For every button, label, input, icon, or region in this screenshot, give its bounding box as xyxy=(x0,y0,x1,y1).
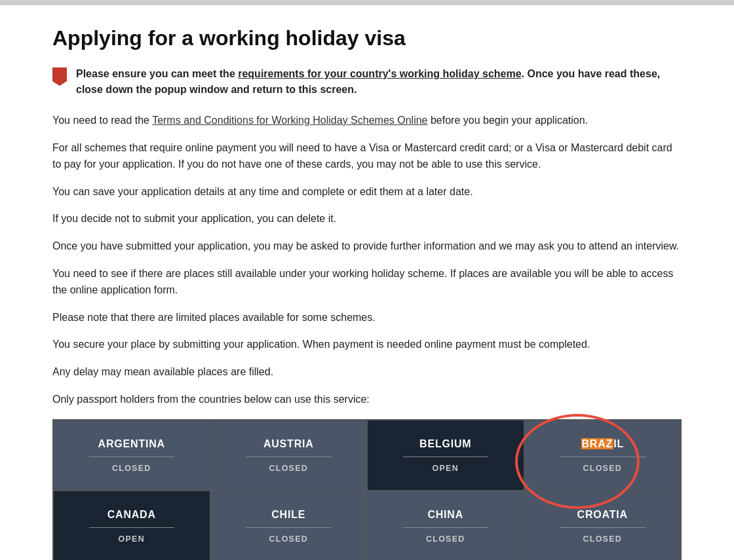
terms-link[interactable]: Terms and Conditions for Working Holiday… xyxy=(152,115,427,126)
country-grid: ARGENTINA CLOSED AUSTRIA CLOSED BELGIUM … xyxy=(52,419,682,560)
country-name-argentina: ARGENTINA xyxy=(98,438,165,450)
divider xyxy=(403,527,489,528)
country-status-croatia: CLOSED xyxy=(583,534,622,544)
country-name-belgium: BELGIUM xyxy=(419,438,471,450)
country-cell-belgium[interactable]: BELGIUM OPEN xyxy=(367,420,524,491)
body-paragraph-7: Please note that there are limited place… xyxy=(52,309,682,326)
divider xyxy=(246,457,332,457)
requirements-link[interactable]: requirements for your country's working … xyxy=(238,68,521,79)
country-status-austria: CLOSED xyxy=(269,464,308,473)
divider xyxy=(560,527,646,528)
country-cell-canada[interactable]: CANADA OPEN xyxy=(53,491,210,560)
brazil-highlight: BRAZ xyxy=(581,438,614,449)
country-status-chile: CLOSED xyxy=(269,534,308,544)
notice-text: Please ensure you can meet the requireme… xyxy=(76,66,682,98)
country-status-brazil: CLOSED xyxy=(583,464,622,473)
country-cell-brazil[interactable]: BRAZIL CLOSED xyxy=(524,420,682,491)
country-status-china: CLOSED xyxy=(426,534,465,544)
top-bar xyxy=(0,0,734,5)
country-name-canada: CANADA xyxy=(107,509,156,521)
country-name-chile: CHILE xyxy=(271,509,305,521)
body-paragraph-2: For all schemes that require online paym… xyxy=(52,140,682,173)
divider xyxy=(560,457,646,457)
country-cell-argentina[interactable]: ARGENTINA CLOSED xyxy=(53,420,210,491)
country-name-china: CHINA xyxy=(427,509,463,521)
country-cell-croatia[interactable]: CROATIA CLOSED xyxy=(524,491,682,560)
country-cell-austria[interactable]: AUSTRIA CLOSED xyxy=(210,420,368,491)
divider xyxy=(403,457,489,457)
country-status-canada: OPEN xyxy=(119,534,145,544)
country-cell-china[interactable]: CHINA CLOSED xyxy=(367,491,524,560)
divider xyxy=(89,527,175,528)
body-paragraph-8: You secure your place by submitting your… xyxy=(52,336,682,353)
body-paragraph-3: You can save your application details at… xyxy=(52,183,682,200)
page-container: Applying for a working holiday visa Plea… xyxy=(0,7,734,560)
country-status-belgium: OPEN xyxy=(433,464,459,473)
body-paragraph-6: You need to see if there are places stil… xyxy=(52,265,682,299)
body-paragraph-9: Any delay may mean available places are … xyxy=(52,364,682,381)
country-cell-chile[interactable]: CHILE CLOSED xyxy=(210,491,368,560)
country-name-brazil: BRAZIL xyxy=(581,438,624,450)
country-name-austria: AUSTRIA xyxy=(263,438,314,450)
body-paragraph-5: Once you have submitted your application… xyxy=(52,238,682,255)
page-title: Applying for a working holiday visa xyxy=(52,26,682,50)
notice-flag-icon xyxy=(52,67,67,86)
body-paragraph-1: You need to read the Terms and Condition… xyxy=(52,112,682,129)
country-name-croatia: CROATIA xyxy=(577,509,628,521)
country-status-argentina: CLOSED xyxy=(112,464,151,473)
divider xyxy=(89,457,175,457)
notice-box: Please ensure you can meet the requireme… xyxy=(52,66,682,98)
body-paragraph-4: If you decide not to submit your applica… xyxy=(52,210,682,227)
body-paragraph-10: Only passport holders from the countries… xyxy=(52,391,682,408)
divider xyxy=(246,527,332,528)
